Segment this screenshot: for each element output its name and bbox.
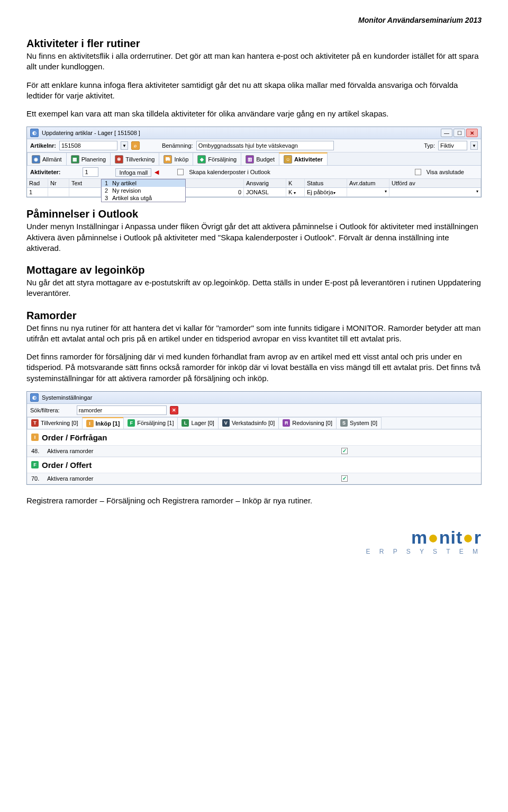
group-icon: I xyxy=(31,434,39,441)
window-title-2: Systeminställningar xyxy=(42,394,92,401)
group-icon: F xyxy=(31,461,39,468)
tab-label: Lager [0] xyxy=(191,420,214,426)
settings-tab[interactable]: SSystem [0] xyxy=(336,417,382,429)
tab-forsaljning[interactable]: ◆Försäljning xyxy=(193,152,241,165)
ramorder-forsaljning-checkbox[interactable] xyxy=(341,475,348,482)
settings-tab[interactable]: TTillverkning [0] xyxy=(27,417,83,429)
settings-tab[interactable]: LLager [0] xyxy=(177,417,218,429)
group-order-forfragan: I Order / Förfrågan xyxy=(27,429,481,446)
tab-planering[interactable]: ▦Planering xyxy=(66,152,111,165)
minimize-button[interactable]: — xyxy=(441,129,452,137)
sok-input[interactable] xyxy=(77,405,167,415)
app-icon: ◐ xyxy=(30,129,39,137)
setting-row-70: 70. Aktivera ramorder xyxy=(27,473,481,484)
lookup-icon[interactable]: ⌕ xyxy=(131,141,140,150)
tab-icon: F xyxy=(128,419,135,427)
gear-icon: ✻ xyxy=(115,155,123,164)
para-3-1: Nu går det att styra mottagare av e-post… xyxy=(26,277,482,299)
tab-label: System [0] xyxy=(350,420,377,426)
para-4-2: Det finns ramorder för försäljning där v… xyxy=(26,351,482,384)
tab-icon: V xyxy=(222,419,230,427)
close-button[interactable]: ✕ xyxy=(466,129,478,137)
para-4-1: Det finns nu nya rutiner för att hantera… xyxy=(26,323,482,345)
tab-label: Verkstadsinfo [0] xyxy=(232,420,275,426)
benamning-input[interactable] xyxy=(196,141,334,150)
ramorder-inkop-checkbox[interactable] xyxy=(341,448,348,454)
tab-icon: T xyxy=(31,419,39,427)
final-paragraph: Registrera ramorder – Försäljning och Re… xyxy=(26,495,482,506)
tab-strip: ◉Allmänt ▦Planering ✻Tillverkning ⛟Inköp… xyxy=(27,152,481,166)
setting-row-48: 48. Aktivera ramorder xyxy=(27,446,481,457)
artikelnr-label: Artikelnr: xyxy=(30,142,56,149)
tab-tillverkning[interactable]: ✻Tillverkning xyxy=(110,152,159,165)
doc-header: Monitor Användarseminarium 2013 xyxy=(26,16,482,24)
para-2-1: Under menyn Inställningar i Anpassa unde… xyxy=(26,221,482,254)
tab-label: Inköp [1] xyxy=(96,420,120,427)
artikelnr-input[interactable] xyxy=(59,141,117,150)
tab-label: Tillverkning [0] xyxy=(41,420,78,426)
tab-budget[interactable]: ▥Budget xyxy=(241,152,279,165)
tab-aktiviteter[interactable]: ☺Aktiviteter xyxy=(279,152,328,165)
window-titlebar-2: ◐ Systeminställningar xyxy=(27,392,481,404)
clear-search-icon[interactable]: ✕ xyxy=(170,406,178,414)
tab-icon: R xyxy=(283,419,290,427)
para-1-2: För att enklare kunna infoga flera aktiv… xyxy=(26,80,482,102)
para-1-1: Nu finns en aktivitetsflik i alla orderr… xyxy=(26,51,482,73)
tab-icon: S xyxy=(340,419,348,427)
dropdown-item[interactable]: 2Ny revision xyxy=(102,187,185,194)
footer-logo: m●nit●r E R P S Y S T E M xyxy=(26,527,482,555)
heading-mottagare: Mottagare av legoinköp xyxy=(26,264,482,276)
logo-subtitle: E R P S Y S T E M xyxy=(26,548,482,555)
tab-icon: L xyxy=(182,419,189,427)
app-icon: ◐ xyxy=(30,393,39,402)
settings-tab[interactable]: FFörsäljning [1] xyxy=(123,417,178,429)
window-title: Uppdatering artiklar - Lager [ 151508 ] xyxy=(42,130,140,136)
tab-label: Försäljning [1] xyxy=(137,420,174,426)
artikelnr-dropdown-icon[interactable]: ▼ xyxy=(121,141,128,150)
table-row[interactable]: 1 0 JONASL K ▾ Ej påbörja▾ ▾ ▾ xyxy=(27,188,481,197)
benamning-label: Benämning: xyxy=(162,142,193,149)
tab-icon: I xyxy=(86,420,94,427)
heading-aktiviteter: Aktiviteter i fler rutiner xyxy=(26,38,482,50)
heading-ramorder: Ramorder xyxy=(26,310,482,322)
settings-tab[interactable]: VVerkstadsinfo [0] xyxy=(218,417,279,429)
typ-label: Typ: xyxy=(424,142,435,149)
dropdown-item[interactable]: 1Ny artikel xyxy=(102,179,185,187)
tab-allmant[interactable]: ◉Allmänt xyxy=(27,152,67,165)
typ-input[interactable] xyxy=(438,141,467,150)
settings-tabs: TTillverkning [0]IInköp [1]FFörsäljning … xyxy=(27,417,481,429)
dropdown-item[interactable]: 3Artikel ska utgå xyxy=(102,194,185,202)
chart-icon: ▥ xyxy=(246,155,254,164)
screenshot-systeminstallningar: ◐ Systeminställningar Sök/filtrera: ✕ TT… xyxy=(26,391,482,485)
typ-dropdown-icon[interactable]: ▼ xyxy=(470,141,478,150)
sok-label: Sök/filtrera: xyxy=(30,407,60,413)
settings-tab[interactable]: RRedovisning [0] xyxy=(278,417,337,429)
aktiviteter-count-input[interactable] xyxy=(83,167,98,177)
infoga-mall-dropdown[interactable]: 1Ny artikel 2Ny revision 3Artikel ska ut… xyxy=(101,179,186,202)
calendar-icon: ▦ xyxy=(71,155,79,164)
globe-icon: ◉ xyxy=(32,155,40,164)
tag-icon: ◆ xyxy=(197,155,206,164)
visa-avslutade-checkbox[interactable] xyxy=(415,169,421,175)
logo-text: m●nit●r xyxy=(26,527,482,548)
tab-label: Redovisning [0] xyxy=(292,420,332,426)
group-order-offert: F Order / Offert xyxy=(27,457,481,473)
settings-tab[interactable]: IInköp [1] xyxy=(82,417,124,429)
para-1-3: Ett exempel kan vara att man ska tilldel… xyxy=(26,109,482,119)
grid-header: Rad Nr Text Ansvarig K Status Avr.datum … xyxy=(27,179,481,188)
person-icon: ☺ xyxy=(284,155,292,164)
skapa-kalender-checkbox[interactable] xyxy=(177,169,184,175)
highlight-arrow-icon: ◄ xyxy=(153,168,160,176)
visa-avslutade-label: Visa avslutade xyxy=(427,169,464,175)
skapa-kalender-label: Skapa kalenderposter i Outlook xyxy=(189,169,270,175)
maximize-button[interactable]: ☐ xyxy=(453,129,465,137)
infoga-mall-button[interactable]: Infoga mall xyxy=(115,168,151,177)
tab-inkop[interactable]: ⛟Inköp xyxy=(159,152,193,165)
cart-icon: ⛟ xyxy=(164,155,172,164)
screenshot-uppdatering-artiklar: ◐ Uppdatering artiklar - Lager [ 151508 … xyxy=(26,127,482,197)
aktiviteter-label: Aktiviteter: xyxy=(30,169,60,175)
heading-paminnelser: Påminnelser i Outlook xyxy=(26,208,482,220)
window-titlebar: ◐ Uppdatering artiklar - Lager [ 151508 … xyxy=(27,127,481,139)
